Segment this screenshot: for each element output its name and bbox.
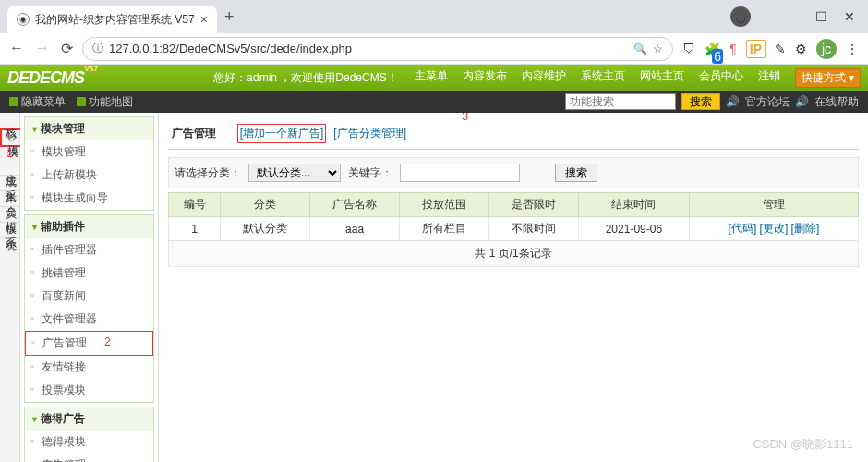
ad-category-link[interactable]: [广告分类管理] — [333, 126, 406, 141]
browser-profile-icon[interactable]: ◡ — [730, 6, 751, 27]
sb-head-plugin[interactable]: ▾辅助插件 — [25, 215, 153, 238]
vtab-template[interactable]: 模板 — [0, 207, 21, 223]
address-bar: ← → ⟳ ⓘ 127.0.0.1:82/DedeCMSv5/src/dede/… — [0, 33, 868, 65]
url-text: 127.0.0.1:82/DedeCMSv5/src/dede/index.ph… — [109, 42, 628, 55]
annotation-2: 2 — [104, 335, 111, 348]
sb-item-upload-module[interactable]: 上传新模块 — [25, 164, 153, 187]
filter-kw-input[interactable] — [400, 164, 520, 182]
cms-header: DEDECMSV5.7 您好：admin ，欢迎使用DedeCMS！ 主菜单 内… — [0, 65, 868, 91]
sb-item-dede-module[interactable]: 德得模块 — [25, 431, 153, 454]
vtab-generate[interactable]: 生成 — [0, 160, 21, 176]
window-maximize[interactable]: ☐ — [815, 9, 827, 24]
col-limit: 是否限时 — [489, 193, 579, 217]
square-icon — [77, 97, 86, 106]
cell-scope: 所有栏目 — [400, 217, 489, 241]
filter-search-button[interactable]: 搜索 — [555, 164, 597, 182]
sb-item-baidu-news[interactable]: 百度新闻 — [25, 285, 153, 308]
cell-limit: 不限时间 — [489, 217, 579, 241]
cell-id: 1 — [169, 217, 221, 241]
paragraph-icon[interactable]: ¶ — [729, 42, 737, 56]
info-icon[interactable]: ⓘ — [92, 41, 103, 56]
col-end: 结束时间 — [579, 193, 690, 217]
reload-icon[interactable]: ⟳ — [61, 40, 73, 57]
settings-icon[interactable]: ⚙ — [795, 42, 807, 56]
forum-link[interactable]: 官方论坛 — [745, 94, 790, 110]
help-link[interactable]: 在线帮助 — [814, 94, 859, 110]
sb-head-module[interactable]: ▾模块管理 — [25, 117, 153, 140]
sb-item-module-wizard[interactable]: 模块生成向导 — [25, 187, 153, 210]
menu-quick[interactable]: 快捷方式 ▾ — [795, 68, 861, 88]
add-ad-link[interactable]: [增加一个新广告] — [237, 124, 327, 143]
window-minimize[interactable]: — — [786, 9, 799, 24]
browser-tab-strip: ◉ 我的网站-织梦内容管理系统 V57 × + ◡ — ☐ ✕ — [0, 0, 868, 33]
shield-icon[interactable]: ⛉ — [682, 42, 695, 56]
filter-row: 请选择分类： 默认分类... 关键字： 搜索 — [168, 157, 859, 188]
sb-item-file-mgr[interactable]: 文件管理器 — [25, 308, 153, 331]
vtab-collect[interactable]: 采集 — [0, 176, 21, 191]
sub-header: 隐藏菜单 功能地图 搜索 🔊 官方论坛 🔊 在线帮助 — [0, 91, 868, 113]
cell-cat: 默认分类 — [221, 217, 310, 241]
sb-item-dede-ad[interactable]: 广告管理 — [25, 454, 153, 462]
menu-sitehome[interactable]: 网站主页 — [640, 68, 684, 88]
sb-item-vote[interactable]: 投票模块 — [25, 379, 153, 402]
annotation-1: 1 — [0, 147, 19, 160]
pager: 共 1 页/1条记录 — [168, 241, 859, 267]
watermark: CSDN @晓影1111 — [753, 436, 853, 453]
user-avatar[interactable]: jc — [816, 39, 837, 59]
ip-ext-icon[interactable]: IP — [746, 40, 766, 58]
main-layout: 核心 模块 1 生成 采集 会员 模板 系统 ▾模块管理 模块管理 上传新模块 … — [0, 113, 868, 462]
vertical-tabs: 核心 模块 1 生成 采集 会员 模板 系统 — [0, 113, 20, 462]
wand-icon[interactable]: ✎ — [775, 42, 786, 56]
window-close[interactable]: ✕ — [844, 9, 855, 24]
ad-table: 编号 分类 广告名称 投放范围 是否限时 结束时间 管理 1 默认分类 aaa … — [168, 192, 859, 241]
browser-tab[interactable]: ◉ 我的网站-织梦内容管理系统 V57 × — [7, 6, 217, 33]
star-icon[interactable]: ☆ — [653, 43, 663, 55]
top-menu: 主菜单 内容发布 内容维护 系统主页 网站主页 会员中心 注销 快捷方式 ▾ — [415, 68, 861, 88]
sb-item-friendlink[interactable]: 友情链接 — [25, 356, 153, 379]
arrow-down-icon: ▾ — [32, 124, 37, 134]
back-icon[interactable]: ← — [9, 40, 24, 57]
menu-main[interactable]: 主菜单 — [415, 68, 448, 88]
col-scope: 投放范围 — [400, 193, 489, 217]
hide-menu-link[interactable]: 隐藏菜单 — [9, 94, 66, 110]
new-tab-button[interactable]: + — [224, 7, 235, 27]
menu-publish[interactable]: 内容发布 — [463, 68, 507, 88]
menu-icon[interactable]: ⋮ — [846, 42, 859, 56]
col-id: 编号 — [169, 193, 221, 217]
sb-head-dede-ad[interactable]: ▾德得广告 — [25, 407, 153, 431]
extensions-icon[interactable]: 🧩6 — [705, 42, 720, 56]
menu-maintain[interactable]: 内容维护 — [522, 68, 566, 88]
search-in-page-icon[interactable]: 🔍 — [633, 43, 647, 55]
welcome-text: 您好：admin ，欢迎使用DedeCMS！ — [213, 70, 397, 86]
sitemap-link[interactable]: 功能地图 — [77, 94, 133, 110]
sb-item-module-mgr[interactable]: 模块管理 — [25, 140, 153, 164]
vtab-system[interactable]: 系统 — [0, 223, 21, 238]
cell-name: aaa — [310, 217, 400, 241]
menu-logout[interactable]: 注销 — [758, 68, 780, 88]
close-icon[interactable]: × — [200, 12, 208, 27]
col-ops: 管理 — [689, 193, 858, 217]
function-search-button[interactable]: 搜索 — [681, 93, 720, 110]
vtab-member[interactable]: 会员 — [0, 191, 21, 207]
sb-item-error-mgr[interactable]: 挑错管理 — [25, 261, 153, 285]
url-field[interactable]: ⓘ 127.0.0.1:82/DedeCMSv5/src/dede/index.… — [82, 37, 673, 61]
forward-icon[interactable]: → — [35, 40, 50, 57]
filter-kw-label: 关键字： — [348, 165, 392, 181]
sidebar: ▾模块管理 模块管理 上传新模块 模块生成向导 ▾辅助插件 插件管理器 挑错管理… — [20, 113, 159, 462]
menu-member[interactable]: 会员中心 — [699, 68, 743, 88]
cell-ops[interactable]: [代码] [更改] [删除] — [689, 217, 858, 241]
logo: DEDECMSV5.7 — [7, 68, 98, 88]
tab-title: 我的网站-织梦内容管理系统 V57 — [35, 12, 195, 28]
vtab-core[interactable]: 核心 — [0, 113, 21, 128]
col-cat: 分类 — [221, 193, 310, 217]
menu-syshome[interactable]: 系统主页 — [581, 68, 625, 88]
sb-item-plugin-mgr[interactable]: 插件管理器 — [25, 238, 153, 261]
annotation-3: 3 — [462, 113, 468, 123]
sb-group-dede-ad: ▾德得广告 德得模块 广告管理 查看报表 结算中心 德得设置 — [24, 407, 154, 462]
filter-cat-select[interactable]: 默认分类... — [248, 164, 341, 182]
page-title: 广告管理 — [172, 126, 216, 141]
sound-icon: 🔊 — [726, 95, 740, 108]
content-area: 3 广告管理 [增加一个新广告] [广告分类管理] 请选择分类： 默认分类...… — [159, 113, 868, 462]
function-search-input[interactable] — [565, 93, 676, 110]
sb-item-ad-mgr[interactable]: 广告管理2 — [25, 331, 153, 356]
